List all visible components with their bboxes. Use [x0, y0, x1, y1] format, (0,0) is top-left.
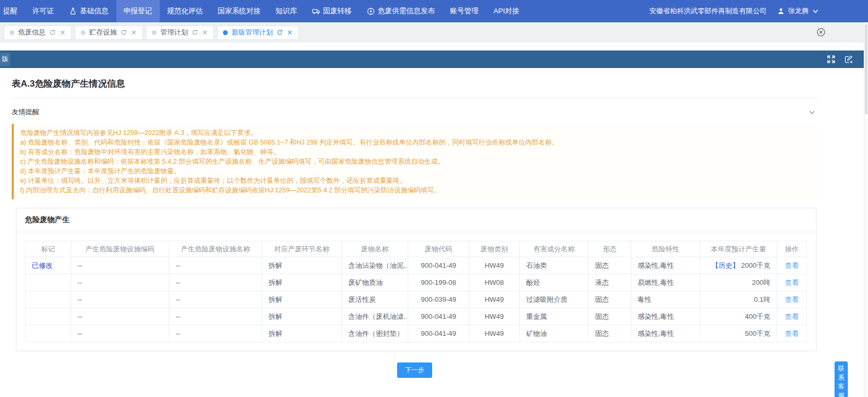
tab-close-icon[interactable]	[131, 29, 137, 36]
tab-refresh-icon[interactable]	[49, 29, 56, 36]
view-link[interactable]: 查看	[785, 330, 799, 337]
navbar-right: 安徽省柏科洪武零部件再制造有限公司 张龙腾	[649, 0, 868, 22]
nav-item-label: 账号管理	[450, 6, 479, 16]
cell-mark	[25, 325, 71, 342]
top-navbar: 提醒许可证基础信息申报登记规范化评估国家系统对接知识库固废转移危废供需信息发布账…	[0, 0, 868, 22]
view-link[interactable]: 查看	[785, 312, 799, 320]
cell-waste_code: 900-041-49	[408, 257, 469, 274]
contact-service-button[interactable]: 联系客服	[835, 361, 848, 397]
tab-refresh-icon[interactable]	[192, 29, 198, 36]
chevron-down-icon	[812, 7, 819, 15]
tab-close-icon[interactable]	[59, 29, 66, 36]
column-header-hazard: 危险特性	[631, 241, 700, 257]
cell-hazard: 感染性,毒性	[631, 308, 700, 325]
section-bar-icons	[827, 50, 853, 68]
cell-action: 查看	[777, 257, 807, 274]
reminder-box: 危险废物产生情况填写内容参见HJ 1259—2022附录 A.3，填写应满足以下…	[12, 124, 818, 199]
waste-generation-card: 危险废物产生 标记产生危险废物设施编码产生危险废物设施名称对应产废环节名称废物名…	[16, 208, 817, 351]
column-header-mark: 标记	[25, 241, 71, 257]
mark-link[interactable]: 已修改	[32, 261, 53, 269]
table-header-row: 标记产生危险废物设施编码产生危险废物设施名称对应产废环节名称废物名称废物代码废物…	[25, 241, 807, 257]
cell-waste_class: HW08	[469, 274, 520, 291]
cell-facility_name: --	[169, 274, 262, 291]
nav-item-license[interactable]: 许可证	[25, 0, 62, 22]
nav-item-label: 知识库	[276, 6, 297, 16]
cell-stage: 拆解	[262, 308, 342, 325]
cell-mark: 已修改	[25, 257, 71, 274]
cell-amount: 500千克	[700, 325, 777, 342]
history-tag[interactable]: 【历史】	[711, 261, 739, 269]
nav-item-declaration-register[interactable]: 申报登记	[116, 0, 160, 22]
close-all-tabs-icon[interactable]	[817, 28, 826, 39]
tab-bar: 危废信息贮存设施管理计划新版管理计划	[0, 22, 864, 43]
reminder-line: e) 计量单位：填写吨。以升、立方米等体积计量的，应折算成重量吨；以个数作为计量…	[20, 176, 811, 185]
cell-waste_class: HW49	[469, 291, 520, 308]
cell-facility_code: --	[71, 274, 169, 291]
scrollbar-thumb[interactable]	[865, 24, 867, 114]
cell-waste_name: 含油件（废机油滤...	[342, 308, 408, 325]
cell-action: 查看	[777, 291, 807, 308]
tab-storage-facility[interactable]: 贮存设施	[75, 26, 143, 40]
contact-char: 服	[838, 392, 845, 397]
cell-action: 查看	[777, 325, 807, 342]
cell-waste_name: 废活性炭	[342, 291, 408, 308]
tab-mgmt-plan[interactable]: 管理计划	[146, 26, 214, 40]
cell-waste_code: 900-039-49	[408, 291, 469, 308]
tab-new-mgmt-plan[interactable]: 新版管理计划	[217, 26, 299, 40]
cell-mark	[25, 291, 71, 308]
tab-hw-info[interactable]: 危废信息	[4, 26, 72, 40]
nav-item-account-management[interactable]: 账号管理	[443, 0, 486, 22]
column-header-action: 操作	[777, 241, 807, 257]
vertical-scrollbar[interactable]	[864, 22, 868, 397]
nav-item-label: 危废供需信息发布	[378, 6, 435, 16]
table-row: ----拆解含油件（密封垫）900-041-49HW49矿物油固态感染性,毒性5…	[25, 325, 807, 342]
tab-close-icon[interactable]	[287, 29, 293, 36]
nav-item-standard-evaluation[interactable]: 规范化评估	[160, 0, 211, 22]
view-link[interactable]: 查看	[785, 295, 799, 303]
cell-waste_class: HW49	[469, 325, 520, 342]
reminder-line: c) 产生危险废物设施名称和编码：依据本标准第 5.4.2 部分填写的生产设施名…	[20, 157, 811, 166]
column-header-waste_class: 废物类别	[469, 241, 520, 257]
fullscreen-expand-icon[interactable]	[827, 55, 836, 64]
cell-harmful_component: 石油类	[520, 257, 589, 274]
column-header-amount: 本年度预计产生量	[700, 241, 777, 257]
cell-mark	[25, 308, 71, 325]
nav-item-label: 固废转移	[323, 6, 352, 16]
nav-item-label: API对接	[494, 6, 520, 16]
nav-item-api-connect[interactable]: API对接	[486, 0, 527, 22]
reminder-line: 危险废物产生情况填写内容参见HJ 1259—2022附录 A.3，填写应满足以下…	[20, 128, 811, 138]
next-step-button[interactable]: 下一步	[397, 362, 432, 378]
user-menu[interactable]: 张龙腾	[777, 6, 819, 16]
cell-action: 查看	[777, 274, 807, 291]
column-header-waste_code: 废物代码	[408, 241, 469, 257]
nav-item-national-system-connect[interactable]: 国家系统对接	[210, 0, 268, 22]
cell-facility_name: --	[169, 325, 262, 342]
nav-item-solid-waste-transfer[interactable]: 固废转移	[305, 0, 359, 22]
cell-stage: 拆解	[262, 291, 342, 308]
nav-item-knowledge-base[interactable]: 知识库	[268, 0, 305, 22]
view-link[interactable]: 查看	[785, 261, 799, 269]
cell-stage: 拆解	[262, 325, 342, 342]
cell-facility_name: --	[169, 291, 262, 308]
tab-status-dot	[10, 30, 14, 35]
nav-item-basic-info[interactable]: 基础信息	[62, 0, 116, 22]
main-content: 表A.3危险废物产生情况信息 友情提醒 危险废物产生情况填写内容参见HJ 125…	[0, 68, 864, 378]
reminder-line: a) 危险废物名称、类别、代码和危险特性：依据《国家危险废物名录》或根据 GB …	[20, 138, 811, 147]
view-link[interactable]: 查看	[785, 278, 799, 286]
table-row: ----拆解废活性炭900-039-49HW49过滤吸附介质固态毒性0.1吨查看	[25, 291, 807, 308]
tab-label: 贮存设施	[89, 28, 117, 37]
collapse-chevron-icon[interactable]	[809, 109, 815, 116]
cell-harmful_component: 过滤吸附介质	[520, 291, 589, 308]
nav-item-hazwaste-supply-demand-publish[interactable]: 危废供需信息发布	[359, 0, 443, 22]
cell-waste_name: 含油件（密封垫）	[342, 325, 408, 342]
tab-refresh-icon[interactable]	[121, 29, 127, 36]
edit-cancel-icon[interactable]	[844, 55, 853, 64]
nav-item-reminder[interactable]: 提醒	[0, 0, 25, 22]
tab-refresh-icon[interactable]	[277, 29, 283, 36]
tab-label: 管理计划	[160, 28, 188, 37]
cell-stage: 拆解	[262, 274, 342, 291]
version-tag[interactable]: 版	[0, 53, 10, 66]
cell-form: 液态	[589, 274, 631, 291]
tab-close-icon[interactable]	[202, 29, 208, 36]
waste-table: 标记产生危险废物设施编码产生危险废物设施名称对应产废环节名称废物名称废物代码废物…	[25, 241, 807, 342]
